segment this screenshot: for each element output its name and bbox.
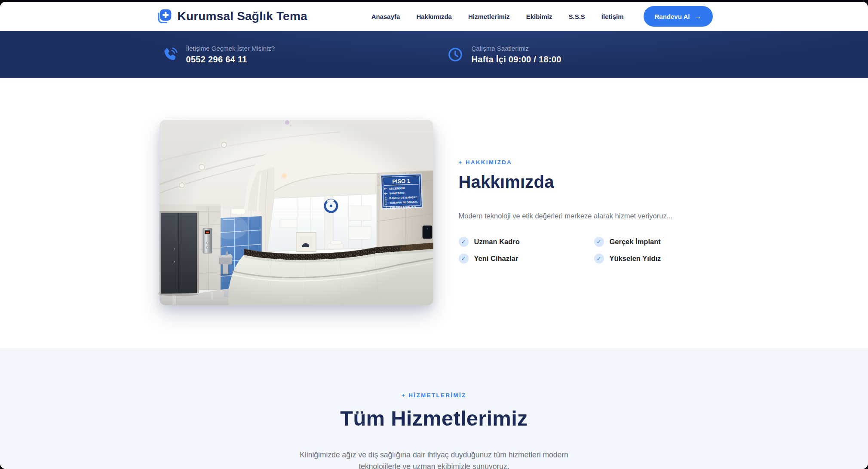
feature-yukselen-yildiz: ✓ Yükselen Yıldız: [594, 254, 713, 264]
randevu-al-label: Randevu Al: [655, 13, 690, 20]
nav-hizmetlerimiz[interactable]: Hizmetlerimiz: [468, 13, 510, 20]
working-hours-block: Çalışma Saatlerimiz Hafta İçi 09:00 / 18…: [446, 45, 561, 64]
feature-list: ✓ Uzman Kadro ✓ Yeni Cihazlar ✓ Gerçek İ…: [459, 237, 713, 264]
about-title: Hakkımızda: [459, 172, 713, 192]
contact-label: İletişime Geçmek İster Misiniz?: [186, 45, 275, 52]
phone-icon: [161, 46, 179, 64]
services-description: Kliniğimizde ağız ve diş sağlığına dair …: [298, 449, 570, 469]
feature-label: Uzman Kadro: [474, 238, 520, 246]
brand-logo[interactable]: Kurumsal Sağlık Tema: [156, 8, 307, 25]
brand-name: Kurumsal Sağlık Tema: [178, 9, 307, 23]
about-content: + HAKKIMIZDA Hakkımızda Modern teknoloji…: [459, 120, 713, 305]
contact-phone-number[interactable]: 0552 296 64 11: [186, 55, 275, 64]
nav-hakkimizda[interactable]: Hakkımızda: [416, 13, 452, 20]
clock-icon: [446, 46, 464, 64]
hours-value: Hafta İçi 09:00 / 18:00: [472, 55, 561, 64]
info-topbar: İletişime Geçmek İster Misiniz? 0552 296…: [0, 31, 868, 78]
services-kicker: + HİZMETLERİMİZ: [0, 392, 868, 398]
hours-label: Çalışma Saatlerimiz: [472, 45, 561, 52]
clinic-reception-photo: PISO 1: [159, 120, 433, 305]
services-title: Tüm Hizmetlerimiz: [0, 406, 868, 430]
arrow-right-icon: →: [694, 13, 702, 20]
feature-label: Yükselen Yıldız: [610, 254, 661, 263]
main-nav: Anasayfa Hakkımızda Hizmetlerimiz Ekibim…: [371, 13, 624, 20]
randevu-al-button[interactable]: Randevu Al →: [644, 6, 713, 27]
feature-yeni-cihazlar: ✓ Yeni Cihazlar: [459, 254, 594, 264]
about-section: PISO 1: [0, 78, 868, 348]
nav-anasayfa[interactable]: Anasayfa: [371, 13, 400, 20]
feature-label: Gerçek İmplant: [610, 238, 661, 246]
medical-cross-logo-icon: [156, 8, 173, 25]
about-description: Modern teknoloji ve etik değerleri merke…: [459, 211, 713, 221]
page: Kurumsal Sağlık Tema Anasayfa Hakkımızda…: [0, 2, 868, 469]
check-icon: ✓: [459, 254, 469, 264]
feature-label: Yeni Cihazlar: [474, 254, 518, 263]
nav-iletisim[interactable]: İletişim: [601, 13, 624, 20]
services-section: + HİZMETLERİMİZ Tüm Hizmetlerimiz Kliniğ…: [0, 348, 868, 469]
nav-ekibimiz[interactable]: Ekibimiz: [526, 13, 552, 20]
about-kicker: + HAKKIMIZDA: [459, 159, 713, 166]
feature-gercek-implant: ✓ Gerçek İmplant: [594, 237, 713, 247]
check-icon: ✓: [459, 237, 469, 247]
check-icon: ✓: [594, 254, 604, 264]
feature-uzman-kadro: ✓ Uzman Kadro: [459, 237, 594, 247]
nav-sss[interactable]: S.S.S: [568, 13, 585, 20]
site-header: Kurumsal Sağlık Tema Anasayfa Hakkımızda…: [0, 2, 868, 31]
check-icon: ✓: [594, 237, 604, 247]
contact-block: İletişime Geçmek İster Misiniz? 0552 296…: [161, 45, 275, 64]
